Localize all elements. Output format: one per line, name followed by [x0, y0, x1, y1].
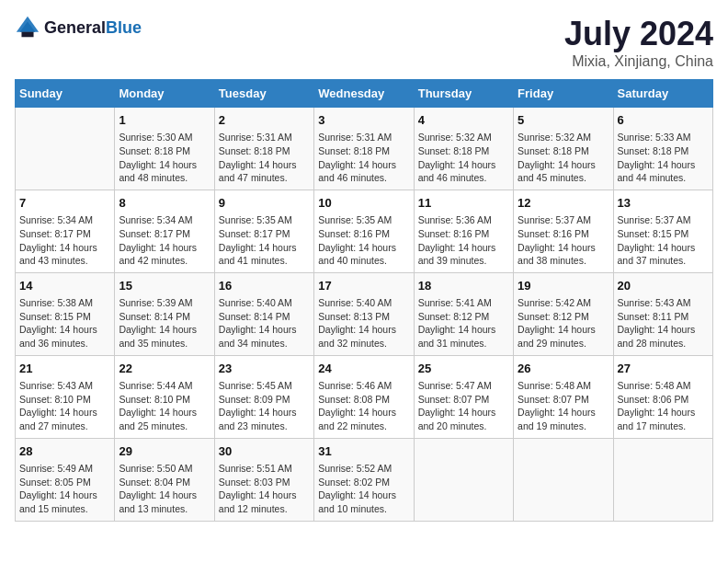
day-number: 29: [119, 443, 210, 460]
day-info: Sunrise: 5:49 AMSunset: 8:05 PMDaylight:…: [19, 462, 110, 516]
calendar-cell: 15Sunrise: 5:39 AMSunset: 8:14 PMDayligh…: [115, 272, 214, 355]
day-number: 30: [219, 443, 310, 460]
day-number: 18: [418, 278, 509, 294]
day-number: 21: [19, 361, 110, 377]
day-number: 16: [219, 278, 310, 294]
day-number: 31: [318, 443, 409, 460]
day-number: 22: [119, 361, 210, 377]
location-title: Mixia, Xinjiang, China: [564, 53, 713, 70]
calendar-cell: 29Sunrise: 5:50 AMSunset: 8:04 PMDayligh…: [115, 438, 214, 521]
header: GeneralBlue July 2024 Mixia, Xinjiang, C…: [15, 15, 713, 70]
day-info: Sunrise: 5:31 AMSunset: 8:18 PMDaylight:…: [318, 131, 409, 185]
day-info: Sunrise: 5:50 AMSunset: 8:04 PMDaylight:…: [119, 462, 210, 516]
day-info: Sunrise: 5:31 AMSunset: 8:18 PMDaylight:…: [219, 131, 310, 185]
calendar-cell: 12Sunrise: 5:37 AMSunset: 8:16 PMDayligh…: [514, 190, 613, 272]
calendar-cell: 9Sunrise: 5:35 AMSunset: 8:17 PMDaylight…: [214, 190, 313, 272]
calendar-cell: 25Sunrise: 5:47 AMSunset: 8:07 PMDayligh…: [414, 355, 513, 438]
calendar-cell: 1Sunrise: 5:30 AMSunset: 8:18 PMDaylight…: [115, 108, 214, 190]
day-info: Sunrise: 5:45 AMSunset: 8:09 PMDaylight:…: [219, 379, 310, 433]
calendar-cell: 24Sunrise: 5:46 AMSunset: 8:08 PMDayligh…: [314, 355, 414, 438]
day-info: Sunrise: 5:34 AMSunset: 8:17 PMDaylight:…: [19, 213, 110, 268]
day-number: 20: [618, 278, 709, 294]
calendar-cell: 2Sunrise: 5:31 AMSunset: 8:18 PMDaylight…: [214, 108, 313, 190]
header-cell-saturday: Saturday: [613, 80, 712, 108]
calendar-cell: 19Sunrise: 5:42 AMSunset: 8:12 PMDayligh…: [514, 272, 613, 355]
calendar-cell: 3Sunrise: 5:31 AMSunset: 8:18 PMDaylight…: [314, 108, 414, 190]
day-info: Sunrise: 5:32 AMSunset: 8:18 PMDaylight:…: [418, 131, 509, 185]
day-info: Sunrise: 5:35 AMSunset: 8:17 PMDaylight:…: [219, 213, 310, 268]
calendar-cell: 20Sunrise: 5:43 AMSunset: 8:11 PMDayligh…: [613, 272, 712, 355]
calendar-cell: 28Sunrise: 5:49 AMSunset: 8:05 PMDayligh…: [16, 438, 115, 521]
day-info: Sunrise: 5:32 AMSunset: 8:18 PMDaylight:…: [518, 131, 609, 185]
calendar-cell: 5Sunrise: 5:32 AMSunset: 8:18 PMDaylight…: [514, 108, 613, 190]
week-row-5: 28Sunrise: 5:49 AMSunset: 8:05 PMDayligh…: [16, 438, 713, 521]
month-title: July 2024: [564, 15, 713, 53]
day-number: 17: [318, 278, 409, 294]
calendar-cell: [414, 438, 513, 521]
day-info: Sunrise: 5:41 AMSunset: 8:12 PMDaylight:…: [418, 296, 509, 350]
day-info: Sunrise: 5:52 AMSunset: 8:02 PMDaylight:…: [318, 462, 409, 516]
calendar-cell: 26Sunrise: 5:48 AMSunset: 8:07 PMDayligh…: [514, 355, 613, 438]
day-info: Sunrise: 5:33 AMSunset: 8:18 PMDaylight:…: [618, 131, 709, 185]
calendar-cell: 31Sunrise: 5:52 AMSunset: 8:02 PMDayligh…: [314, 438, 414, 521]
logo-blue: Blue: [106, 18, 142, 37]
day-number: 3: [318, 112, 409, 129]
day-info: Sunrise: 5:37 AMSunset: 8:16 PMDaylight:…: [518, 213, 609, 268]
calendar-cell: 23Sunrise: 5:45 AMSunset: 8:09 PMDayligh…: [214, 355, 313, 438]
day-number: 7: [19, 195, 110, 212]
day-info: Sunrise: 5:37 AMSunset: 8:15 PMDaylight:…: [618, 213, 709, 268]
header-cell-monday: Monday: [115, 80, 214, 108]
calendar-cell: 18Sunrise: 5:41 AMSunset: 8:12 PMDayligh…: [414, 272, 513, 355]
day-number: 23: [219, 361, 310, 377]
day-info: Sunrise: 5:38 AMSunset: 8:15 PMDaylight:…: [19, 296, 110, 350]
calendar-table: SundayMondayTuesdayWednesdayThursdayFrid…: [15, 79, 713, 522]
day-number: 25: [418, 361, 509, 377]
calendar-cell: 27Sunrise: 5:48 AMSunset: 8:06 PMDayligh…: [613, 355, 712, 438]
title-area: July 2024 Mixia, Xinjiang, China: [564, 15, 713, 70]
calendar-cell: 21Sunrise: 5:43 AMSunset: 8:10 PMDayligh…: [16, 355, 115, 438]
calendar-cell: 10Sunrise: 5:35 AMSunset: 8:16 PMDayligh…: [314, 190, 414, 272]
svg-rect-2: [21, 32, 33, 38]
day-info: Sunrise: 5:48 AMSunset: 8:06 PMDaylight:…: [618, 379, 709, 433]
calendar-cell: 8Sunrise: 5:34 AMSunset: 8:17 PMDaylight…: [115, 190, 214, 272]
day-info: Sunrise: 5:40 AMSunset: 8:13 PMDaylight:…: [318, 296, 409, 350]
day-number: 5: [518, 112, 609, 129]
day-number: 14: [19, 278, 110, 294]
day-number: 4: [418, 112, 509, 129]
day-number: 11: [418, 195, 509, 212]
calendar-cell: 13Sunrise: 5:37 AMSunset: 8:15 PMDayligh…: [613, 190, 712, 272]
day-info: Sunrise: 5:34 AMSunset: 8:17 PMDaylight:…: [119, 213, 210, 268]
day-info: Sunrise: 5:43 AMSunset: 8:10 PMDaylight:…: [19, 379, 110, 433]
day-number: 19: [518, 278, 609, 294]
calendar-cell: [613, 438, 712, 521]
calendar-cell: [514, 438, 613, 521]
week-row-2: 7Sunrise: 5:34 AMSunset: 8:17 PMDaylight…: [16, 190, 713, 272]
logo-general: General: [44, 18, 106, 37]
logo-icon: [15, 15, 40, 40]
calendar-cell: 11Sunrise: 5:36 AMSunset: 8:16 PMDayligh…: [414, 190, 513, 272]
day-info: Sunrise: 5:47 AMSunset: 8:07 PMDaylight:…: [418, 379, 509, 433]
calendar-cell: 6Sunrise: 5:33 AMSunset: 8:18 PMDaylight…: [613, 108, 712, 190]
day-info: Sunrise: 5:48 AMSunset: 8:07 PMDaylight:…: [518, 379, 609, 433]
logo-text: GeneralBlue: [44, 18, 142, 38]
calendar-cell: 17Sunrise: 5:40 AMSunset: 8:13 PMDayligh…: [314, 272, 414, 355]
day-number: 9: [219, 195, 310, 212]
week-row-4: 21Sunrise: 5:43 AMSunset: 8:10 PMDayligh…: [16, 355, 713, 438]
day-info: Sunrise: 5:42 AMSunset: 8:12 PMDaylight:…: [518, 296, 609, 350]
calendar-cell: 30Sunrise: 5:51 AMSunset: 8:03 PMDayligh…: [214, 438, 313, 521]
day-number: 24: [318, 361, 409, 377]
calendar-cell: 14Sunrise: 5:38 AMSunset: 8:15 PMDayligh…: [16, 272, 115, 355]
day-info: Sunrise: 5:36 AMSunset: 8:16 PMDaylight:…: [418, 213, 509, 268]
day-number: 15: [119, 278, 210, 294]
day-number: 6: [618, 112, 709, 129]
calendar-cell: 16Sunrise: 5:40 AMSunset: 8:14 PMDayligh…: [214, 272, 313, 355]
header-cell-friday: Friday: [514, 80, 613, 108]
calendar-cell: [16, 108, 115, 190]
day-number: 8: [119, 195, 210, 212]
header-cell-sunday: Sunday: [16, 80, 115, 108]
header-cell-tuesday: Tuesday: [214, 80, 313, 108]
day-number: 27: [618, 361, 709, 377]
calendar-cell: 4Sunrise: 5:32 AMSunset: 8:18 PMDaylight…: [414, 108, 513, 190]
week-row-1: 1Sunrise: 5:30 AMSunset: 8:18 PMDaylight…: [16, 108, 713, 190]
day-info: Sunrise: 5:40 AMSunset: 8:14 PMDaylight:…: [219, 296, 310, 350]
